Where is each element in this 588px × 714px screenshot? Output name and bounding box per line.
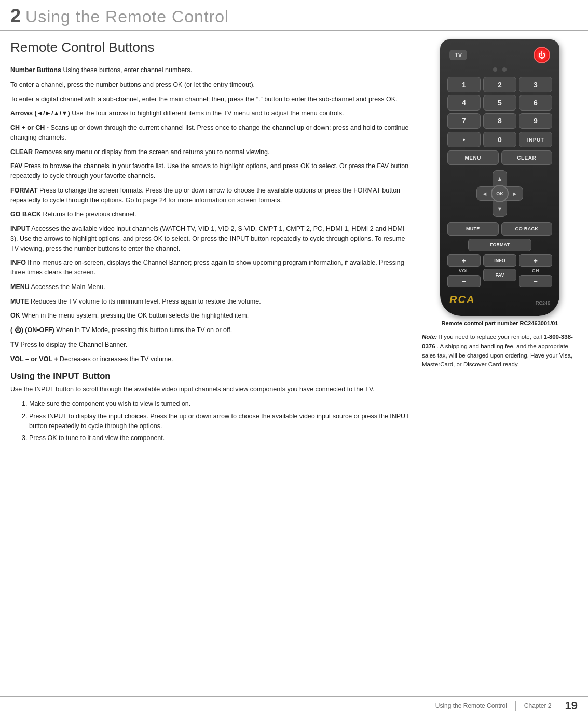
goback-button[interactable]: GO BACK [501,222,553,236]
page-footer: Using the Remote Control Chapter 2 19 [0,696,588,714]
note-label: Note: [422,334,437,340]
rca-logo: RCA [449,294,475,306]
remote-control: TV ⏻ 1 2 3 4 5 6 7 8 9 [440,39,559,316]
para-input-bold: INPUT [10,225,30,232]
para-number-buttons-text: Using these buttons, enter channel numbe… [61,66,192,74]
dpad-down[interactable]: ▼ [493,200,507,217]
mute-goback-row: MUTE GO BACK [447,222,552,236]
page-number: 19 [565,699,578,712]
para-fav: FAV Press to browse the channels in your… [10,161,409,181]
info-fav-col: INFO FAV [483,254,516,287]
para-arrows-bold: Arrows (◄/►/▲/▼) [10,109,70,117]
right-column: TV ⏻ 1 2 3 4 5 6 7 8 9 [422,39,578,447]
btn-3[interactable]: 3 [519,77,552,92]
footer-chapter-label: Chapter 2 [524,702,552,709]
para-ch: CH + or CH - Scans up or down through th… [10,123,409,143]
para-goback-bold: GO BACK [10,211,41,218]
input-button[interactable]: INPUT [519,132,552,147]
dpad: ▲ ▼ ◄ ► OK [476,170,523,217]
para-vol: VOL – or VOL + Decreases or increases th… [10,354,409,364]
main-content: Remote Control Buttons Number Buttons Us… [0,39,588,447]
para-tv: TV Press to display the Channel Banner. [10,340,409,350]
btn-1[interactable]: 1 [447,77,481,92]
btn-6[interactable]: 6 [519,95,552,111]
ok-button[interactable]: OK [491,185,509,202]
note-text-2: . A shipping and handling fee, and the a… [422,343,572,368]
para-ok-bold: OK [10,312,20,319]
footer-left-text: Using the Remote Control [435,702,507,709]
menu-clear-row: MENU CLEAR [447,150,552,165]
tv-button[interactable]: TV [449,50,467,60]
btn-0[interactable]: 0 [483,132,516,147]
mute-button[interactable]: MUTE [447,222,499,236]
para-tv-bold: TV [10,341,19,348]
para-goback: GO BACK Returns to the previous channel. [10,210,409,219]
note-box: Note: If you need to replace your remote… [422,333,578,369]
para-menu-bold: MENU [10,283,30,291]
sub-section-intro: Use the INPUT button to scroll through t… [10,385,409,394]
vol-plus-button[interactable]: + [447,254,481,267]
dot-2 [502,67,507,72]
chapter-heading: 2Using the Remote Control [10,5,578,27]
btn-4[interactable]: 4 [447,95,481,111]
step-2: Press INPUT to display the input choices… [29,411,409,431]
para-ch-bold: CH + or CH - [10,124,49,131]
para-menu: MENU Accesses the Main Menu. [10,282,409,292]
left-column: Remote Control Buttons Number Buttons Us… [10,39,409,447]
para-number-buttons: Number Buttons Using these buttons, ente… [10,65,409,75]
step-3: Press OK to tune to it and view the comp… [29,433,409,443]
dpad-container: ▲ ▼ ◄ ► OK [447,170,552,217]
note-text-1: If you need to replace your remote, call [439,334,544,340]
clear-button[interactable]: CLEAR [501,150,553,165]
fav-button[interactable]: FAV [483,269,516,281]
section-title: Remote Control Buttons [10,39,409,58]
para-power-bold: ( ⏻) (ON•OFF) [10,326,54,334]
ch-col: + CH − [519,254,552,287]
remote-top-row: TV ⏻ [447,47,552,63]
remote-brand: RCA RC246 [447,294,552,306]
para-info-bold: INFO [10,259,26,266]
para-format-bold: FORMAT [10,187,38,194]
para-power: ( ⏻) (ON•OFF) When in TV Mode, pressing … [10,325,409,335]
btn-dot[interactable]: • [447,132,481,147]
dpad-right[interactable]: ► [507,186,523,201]
ch-label: CH [532,268,539,273]
btn-9[interactable]: 9 [519,113,552,129]
para-clear: CLEAR Removes any menu or display from t… [10,147,409,157]
menu-button[interactable]: MENU [447,150,499,165]
info-button[interactable]: INFO [483,254,516,267]
dot-1 [493,67,497,72]
para-ok: OK When in the menu system, pressing the… [10,311,409,321]
vol-minus-button[interactable]: − [447,275,481,287]
sub-section-title: Using the INPUT Button [10,371,409,381]
para-mute-bold: MUTE [10,298,29,305]
btn-7[interactable]: 7 [447,113,481,129]
para-arrows: Arrows (◄/►/▲/▼) Use the four arrows to … [10,108,409,118]
model-number: RC246 [536,300,550,306]
vol-col: + VOL − [447,254,481,287]
btn-5[interactable]: 5 [483,95,516,111]
para-fav-bold: FAV [10,162,22,170]
step-1: Make sure the component you wish to view… [29,399,409,409]
para-number-buttons-2: To enter a channel, press the number but… [10,80,409,90]
btn-8[interactable]: 8 [483,113,516,129]
format-button[interactable]: FORMAT [468,239,531,251]
footer-text: Using the Remote Control Chapter 2 19 [435,699,578,712]
para-input: INPUT Accesses the available video input… [10,224,409,253]
remote-wrapper: TV ⏻ 1 2 3 4 5 6 7 8 9 [422,39,578,369]
ch-minus-button[interactable]: − [519,275,552,287]
btn-2[interactable]: 2 [483,77,516,92]
footer-divider [515,701,516,711]
power-button[interactable]: ⏻ [534,47,550,63]
vol-label: VOL [459,268,469,273]
chapter-number: 2 [10,5,21,26]
para-info: INFO If no menus are on-screen, displays… [10,258,409,278]
para-number-buttons-3: To enter a digital channel with a sub-ch… [10,94,409,104]
para-clear-bold: CLEAR [10,148,33,156]
controls-row: + VOL − INFO FAV + CH − [447,254,552,287]
ch-plus-button[interactable]: + [519,254,552,267]
para-number-buttons-bold: Number Buttons [10,66,61,74]
para-format: FORMAT Press to change the screen format… [10,186,409,205]
para-mute: MUTE Reduces the TV volume to its minimu… [10,297,409,307]
para-vol-bold: VOL – or VOL + [10,355,58,363]
